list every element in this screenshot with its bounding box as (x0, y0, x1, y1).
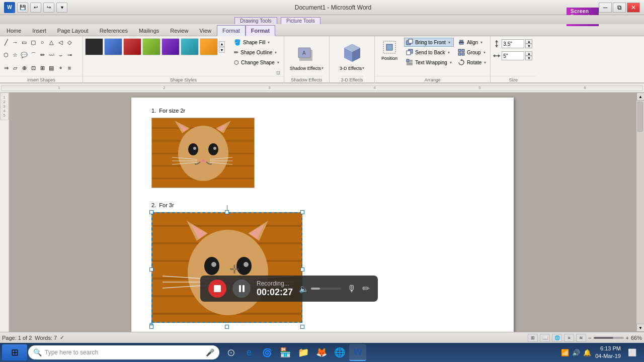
tab-home[interactable]: Home (1, 25, 27, 36)
cylinder-shape-btn[interactable]: ⬡ (2, 51, 10, 59)
scroll-track[interactable] (636, 133, 644, 324)
scroll-thumb[interactable] (637, 102, 643, 132)
zoom-out-btn[interactable]: − (588, 335, 591, 341)
swatch-purple[interactable] (162, 38, 180, 55)
swatch-blue[interactable] (104, 38, 122, 55)
callout-shape-btn[interactable]: 💬 (20, 51, 28, 59)
swatch-teal[interactable] (181, 38, 199, 55)
network-icon[interactable]: 📶 (561, 349, 569, 356)
bring-front-arrow[interactable]: ▾ (448, 40, 450, 45)
web-layout-btn[interactable]: 🌐 (552, 334, 562, 342)
editbox4-btn[interactable]: ≡ (65, 64, 73, 72)
scroll-up-btn[interactable]: ▲ (636, 93, 644, 101)
volume-icon[interactable]: 🔈 (299, 284, 309, 294)
tab-references[interactable]: References (94, 25, 133, 36)
tab-review[interactable]: Review (165, 25, 194, 36)
threeD-effects-btn[interactable]: 3-D Effects ▾ (336, 41, 368, 73)
doc-canvas[interactable]: 1. For size 2r (9, 93, 636, 332)
print-layout-btn[interactable]: ⊞ (528, 334, 538, 342)
swatch-green[interactable] (142, 38, 160, 55)
editbox3-btn[interactable]: ⚬ (56, 64, 64, 72)
minimize-btn[interactable]: ─ (599, 3, 612, 13)
shape-styles-expand-btn[interactable]: ⊡ (275, 70, 282, 76)
taskbar-clock[interactable]: 6:13 PM 04-Mar-19 (595, 345, 621, 360)
outline-dropdown-arrow[interactable]: ▾ (275, 50, 277, 55)
flowchart-btn[interactable]: ▱ (11, 64, 19, 72)
taskbar-word[interactable]: W (349, 344, 366, 361)
change-shape-arrow[interactable]: ▾ (277, 60, 279, 65)
handle-tm[interactable] (225, 210, 229, 214)
handle-ml[interactable] (149, 267, 153, 272)
height-down-btn[interactable]: ▼ (525, 44, 532, 48)
more-shapes-btn[interactable]: ⊕ (20, 64, 28, 72)
scribble-btn[interactable]: 〰 (47, 51, 55, 59)
quick-undo-btn[interactable]: ↩ (30, 3, 41, 13)
swatch-down-btn[interactable]: ▼ (219, 47, 225, 53)
shape-outline-btn[interactable]: ✏ Shape Outline ▾ (231, 48, 282, 57)
taskbar-edge[interactable]: 🌀 (259, 344, 276, 361)
group-arrow[interactable]: ▾ (484, 50, 486, 55)
text-wrap-arrow[interactable]: ▾ (450, 60, 452, 65)
rec-pen-btn[interactable]: ✏ (362, 283, 370, 294)
close-btn[interactable]: ✕ (627, 3, 640, 13)
bring-front-btn[interactable]: Bring to Front ▾ (404, 38, 454, 47)
tab-format-picture[interactable]: Format (246, 25, 275, 36)
tab-format-drawing[interactable]: Format (217, 25, 246, 36)
send-back-btn[interactable]: Send to Back ▾ (404, 48, 454, 57)
tab-page-layout[interactable]: Page Layout (52, 25, 94, 36)
handle-bm[interactable] (225, 325, 229, 329)
width-up-btn[interactable]: ▲ (525, 51, 532, 56)
triangle-shape-btn[interactable]: △ (47, 38, 55, 46)
taskbar-firefox[interactable]: 🦊 (313, 344, 330, 361)
height-up-btn[interactable]: ▲ (525, 39, 532, 44)
textbox-btn[interactable]: ⊡ (29, 64, 37, 72)
swatch-up-btn[interactable]: ▲ (219, 41, 225, 47)
threeD-arrow[interactable]: ▾ (362, 66, 364, 70)
swatch-black[interactable] (85, 38, 103, 55)
start-button[interactable]: ⊞ (2, 344, 27, 360)
align-arrow[interactable]: ▾ (480, 40, 482, 45)
rotate-arrow[interactable]: ▾ (484, 60, 486, 65)
swatch-red[interactable] (123, 38, 141, 55)
handle-bl[interactable] (149, 325, 153, 329)
send-back-arrow[interactable]: ▾ (448, 50, 450, 55)
text-wrap-btn[interactable]: Text Wrapping ▾ (404, 58, 454, 67)
freeform-btn[interactable]: ✏ (38, 51, 46, 59)
outline-btn[interactable]: ≡ (564, 334, 574, 342)
zoom-slider[interactable] (594, 337, 624, 339)
group-btn[interactable]: Group ▾ (456, 48, 488, 57)
taskbar-store[interactable]: 🏪 (277, 344, 294, 361)
round-rect-btn[interactable]: ▢ (29, 38, 37, 46)
taskbar-ie[interactable]: e (240, 344, 258, 361)
star-shape-btn[interactable]: ☆ (11, 51, 19, 59)
rec-stop-btn[interactable] (208, 280, 226, 298)
draft-btn[interactable]: ≋ (576, 334, 586, 342)
sound-icon[interactable]: 🔊 (572, 349, 580, 356)
line-shape-btn[interactable]: ╱ (2, 38, 10, 46)
battery-icon[interactable]: 🔔 (583, 349, 591, 356)
taskbar-cortana[interactable]: ⊙ (222, 344, 239, 361)
arrow-shape-btn[interactable]: → (11, 38, 19, 46)
arc-shape-btn[interactable]: ⌒ (29, 51, 37, 59)
shadow-arrow[interactable]: ▾ (321, 66, 324, 70)
shape-fill-btn[interactable]: 🪣 Shape Fill ▾ (231, 38, 282, 47)
swatch-orange[interactable] (200, 38, 218, 55)
zoom-in-btn[interactable]: + (626, 335, 629, 341)
diamond-shape-btn[interactable]: ◇ (65, 38, 73, 46)
oval-shape-btn[interactable]: ○ (38, 38, 46, 46)
rect-shape-btn[interactable]: ▭ (20, 38, 28, 46)
volume-bar[interactable] (311, 288, 341, 290)
rec-pause-btn[interactable] (232, 280, 251, 298)
mic-icon[interactable]: 🎤 (206, 348, 214, 356)
width-down-btn[interactable]: ▼ (525, 56, 532, 60)
handle-mr[interactable] (300, 267, 304, 272)
handle-br[interactable] (300, 325, 304, 329)
tab-view[interactable]: View (194, 25, 217, 36)
full-reading-btn[interactable]: 📖 (540, 334, 550, 342)
shadow-effects-btn[interactable]: A Shadow Effects ▾ (286, 41, 327, 73)
cat-image-small[interactable] (151, 118, 255, 188)
editbox2-btn[interactable]: ▤ (47, 64, 55, 72)
action-center-btn[interactable]: ⬜ (625, 345, 639, 359)
tab-mailings[interactable]: Mailings (133, 25, 165, 36)
rotate-btn[interactable]: Rotate ▾ (456, 58, 488, 67)
